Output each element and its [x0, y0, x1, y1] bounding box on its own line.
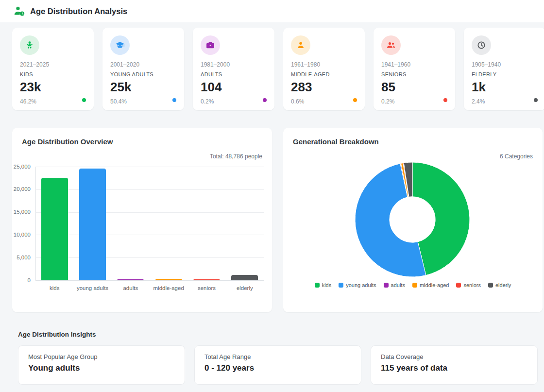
people-icon [381, 35, 401, 55]
stat-percent: 2.4% [472, 98, 538, 105]
axis-line-x [35, 280, 264, 281]
legend-swatch [315, 283, 320, 288]
legend-label: seniors [463, 282, 480, 288]
insight-value: 115 years of data [381, 363, 527, 373]
app-header: Age Distribution Analysis [0, 0, 544, 22]
x-axis-label: young adults [73, 285, 111, 291]
user-clock-icon [14, 5, 25, 17]
insight-label: Most Popular Age Group [28, 353, 175, 360]
legend-item-kids[interactable]: kids [315, 282, 332, 288]
legend-label: kids [322, 282, 332, 288]
legend-item-adults[interactable]: adults [384, 282, 405, 288]
bar-middle-aged [155, 279, 182, 280]
y-axis-tick: 10,000 [10, 232, 31, 238]
bar-young-adults [79, 169, 106, 280]
stat-color-dot [534, 98, 538, 102]
insight-label: Data Coverage [381, 353, 527, 360]
stat-color-dot [443, 98, 447, 102]
legend-item-seniors[interactable]: seniors [456, 282, 480, 288]
bar-chart-panel: Age Distribution Overview Total: 48,786 … [12, 128, 272, 312]
stat-color-dot [82, 98, 86, 102]
y-axis-tick: 25,000 [10, 164, 31, 170]
stat-value: 25k [110, 80, 176, 95]
stat-value: 85 [381, 80, 447, 95]
insights-heading: Age Distribution Insights [18, 331, 96, 338]
stat-label: YOUNG ADULTS [110, 71, 176, 77]
bar-kids [41, 178, 68, 280]
y-axis-tick: 20,000 [10, 186, 31, 192]
stat-label: MIDDLE-AGED [291, 71, 357, 77]
insight-card-0: Most Popular Age GroupYoung adults [18, 345, 185, 385]
stat-period: 2001–2020 [110, 61, 176, 68]
bar-panel-total: Total: 48,786 people [210, 153, 262, 160]
stat-period: 1905–1940 [472, 61, 538, 68]
stat-color-dot [172, 98, 176, 102]
clock-icon [472, 35, 491, 55]
insight-card-2: Data Coverage115 years of data [371, 345, 538, 385]
child-icon [20, 35, 39, 55]
bar-seniors [193, 279, 220, 280]
stat-percent: 50.4% [110, 98, 176, 105]
stat-period: 2021–2025 [20, 61, 86, 68]
donut-chart-panel: Generational Breakdown 6 Categories kids… [283, 128, 543, 312]
stat-value: 283 [291, 80, 357, 95]
grid-line [35, 167, 264, 167]
x-axis-label: adults [112, 285, 150, 291]
legend-item-elderly[interactable]: elderly [488, 282, 511, 288]
stat-label: KIDS [20, 71, 86, 77]
bar-adults [117, 279, 144, 280]
x-axis-label: elderly [226, 285, 264, 291]
grid-line [35, 212, 264, 213]
grid-line [35, 257, 264, 258]
x-axis-label: middle-aged [150, 285, 187, 291]
donut-legend: kidsyoung adultsadultsmiddle-agedseniors… [283, 282, 543, 288]
grid-line [35, 189, 264, 190]
legend-swatch [412, 283, 417, 288]
bar-panel-title: Age Distribution Overview [22, 137, 113, 146]
stat-percent: 0.2% [381, 98, 447, 105]
stat-period: 1941–1960 [381, 61, 447, 68]
stat-percent: 0.6% [291, 98, 357, 105]
stat-card-kids: 2021–2025KIDS23k46.2% [12, 28, 94, 110]
stat-period: 1961–1980 [291, 61, 357, 68]
legend-swatch [488, 283, 493, 288]
grid-line [35, 235, 264, 235]
stat-percent: 0.2% [201, 98, 267, 105]
bar-chart-plot: 05,00010,00015,00020,00025,000kidsyoung … [35, 167, 264, 280]
y-axis-tick: 15,000 [10, 209, 31, 215]
legend-item-middle-aged[interactable]: middle-aged [412, 282, 449, 288]
stat-value: 1k [472, 80, 538, 95]
insight-value: 0 - 120 years [204, 363, 351, 373]
x-axis-label: seniors [187, 285, 225, 291]
legend-label: elderly [495, 282, 511, 288]
legend-label: middle-aged [420, 282, 449, 288]
legend-swatch [384, 283, 389, 288]
axis-line-y [35, 167, 36, 280]
insight-card-1: Total Age Range0 - 120 years [194, 345, 361, 385]
legend-label: adults [391, 282, 405, 288]
stat-label: SENIORS [381, 71, 447, 77]
page-title: Age Distribution Analysis [30, 7, 127, 16]
stat-period: 1981–2000 [201, 61, 267, 68]
legend-label: young adults [346, 282, 376, 288]
stat-label: ELDERLY [472, 71, 538, 77]
y-axis-tick: 5,000 [10, 255, 31, 260]
stat-value: 104 [201, 80, 267, 95]
legend-item-young-adults[interactable]: young adults [339, 282, 376, 288]
stat-value: 23k [20, 80, 86, 95]
stat-card-adults: 1981–2000ADULTS1040.2% [193, 28, 274, 110]
insight-value: Young adults [28, 363, 175, 373]
insights-row: Most Popular Age GroupYoung adultsTotal … [18, 345, 538, 385]
stat-label: ADULTS [201, 71, 267, 77]
stat-color-dot [263, 98, 267, 102]
stat-card-middle-aged: 1961–1980MIDDLE-AGED2830.6% [283, 28, 365, 110]
person-icon [291, 35, 310, 55]
x-axis-label: kids [35, 285, 73, 291]
bar-elderly [231, 275, 258, 280]
legend-swatch [339, 283, 343, 288]
insight-label: Total Age Range [204, 353, 351, 360]
stat-percent: 46.2% [20, 98, 86, 105]
stat-card-young-adults: 2001–2020YOUNG ADULTS25k50.4% [102, 28, 184, 110]
y-axis-tick: 0 [10, 277, 31, 283]
legend-swatch [456, 283, 461, 288]
